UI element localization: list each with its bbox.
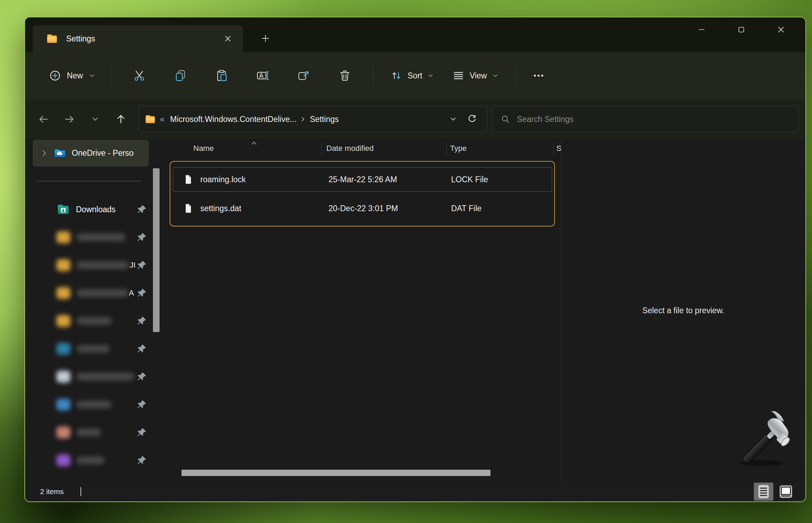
file-type: DAT File [447,204,555,213]
sidebar-item-redacted[interactable] [25,223,153,251]
thumbnail-view-icon [778,484,794,500]
sidebar-item-redacted[interactable] [25,307,153,335]
more-options-button[interactable] [524,61,554,91]
sidebar-item-label: Downloads [76,205,116,214]
chevron-down-icon [449,115,458,124]
sidebar-item-redacted[interactable] [25,418,153,446]
file-row[interactable]: settings.dat 20-Dec-22 3:01 PM DAT File [173,196,552,221]
search-box[interactable] [492,106,798,132]
rename-button[interactable] [242,61,283,91]
forward-button[interactable] [56,106,82,132]
redacted-label [77,401,111,408]
maximize-button[interactable] [725,18,758,41]
pin-icon [137,316,147,326]
close-icon [223,34,232,43]
file-type: LOCK File [447,175,555,184]
minimize-button[interactable] [685,18,718,41]
chevron-right-icon [299,115,307,123]
recent-locations-button[interactable] [82,106,108,132]
sidebar-item-downloads[interactable]: Downloads [25,195,153,223]
column-separator[interactable] [446,143,447,156]
view-lines-icon [452,69,465,82]
paste-button[interactable] [201,61,242,91]
column-header-type[interactable]: Type [450,144,467,153]
pin-icon [137,260,147,270]
breadcrumb-current[interactable]: Settings [307,113,341,126]
search-icon [500,114,511,124]
copy-button[interactable] [160,61,201,91]
chevron-down-icon [492,72,499,79]
column-header-name[interactable]: Name [193,144,214,153]
close-button[interactable] [765,18,797,41]
thumbnail-view-button[interactable] [776,483,796,501]
explorer-tab[interactable]: Settings [33,25,243,52]
sidebar-item-redacted[interactable]: A [25,279,153,307]
up-button[interactable] [108,106,134,132]
toolbar-separator [373,66,373,85]
sidebar-item-redacted[interactable]: JI [25,251,153,279]
sidebar-item-redacted[interactable] [25,363,153,391]
breadcrumb-overflow-chevrons[interactable]: « [160,114,164,124]
address-dropdown-button[interactable] [444,110,463,129]
redacted-label [77,317,111,325]
file-name: roaming.lock [200,175,246,184]
sidebar-scrollbar-thumb[interactable] [153,168,160,332]
file-row[interactable]: roaming.lock 25-Mar-22 5:26 AM LOCK File [173,167,552,192]
redacted-label [77,261,129,269]
paste-icon [215,69,228,82]
details-view-icon [756,484,772,500]
tab-close-button[interactable] [220,31,236,47]
redacted-folder-icon [56,343,70,355]
file-date-modified: 25-Mar-22 5:26 AM [322,175,447,184]
share-icon [297,69,310,82]
delete-button[interactable] [324,61,365,91]
sidebar-item-redacted[interactable] [25,391,153,418]
column-headers: Name Date modified Type S [160,140,561,158]
chevron-down-icon [90,114,100,124]
file-name: settings.dat [200,204,241,213]
address-bar[interactable]: « Microsoft.Windows.ContentDelive... Set… [139,106,487,132]
selection-outline: roaming.lock 25-Mar-22 5:26 AM LOCK File… [170,161,555,226]
breadcrumb-parent[interactable]: Microsoft.Windows.ContentDelive... [167,113,299,126]
redacted-folder-icon [56,454,70,466]
view-button[interactable]: View [443,64,508,87]
column-separator[interactable] [554,143,554,156]
sidebar-item-onedrive[interactable]: OneDrive - Perso [33,140,149,167]
back-button[interactable] [31,106,56,132]
column-header-size[interactable]: S [556,144,561,153]
trash-icon [338,69,351,82]
command-toolbar: New Sort [25,52,805,99]
new-tab-button[interactable] [257,30,274,47]
preview-pane: Select a file to preview. [561,140,805,482]
new-button[interactable]: New [41,64,103,87]
navigation-bar: « Microsoft.Windows.ContentDelive... Set… [25,99,805,139]
sidebar-scrollbar[interactable] [153,140,160,482]
refresh-button[interactable] [463,110,481,129]
file-explorer-window: Settings [24,17,806,502]
plus-circle-icon [49,69,61,82]
preview-message: Select a file to preview. [561,306,805,315]
file-list: Name Date modified Type S roaming.lock 2… [160,140,561,482]
toolbar-separator [516,66,516,85]
redacted-label [77,345,110,353]
redacted-folder-icon [56,399,70,410]
sidebar-item-redacted[interactable] [25,335,153,363]
rename-icon [256,69,269,82]
sidebar: OneDrive - Perso Downloads [25,140,153,482]
details-view-button[interactable] [754,483,773,501]
arrow-left-icon [38,114,49,125]
cut-button[interactable] [119,61,160,91]
share-button[interactable] [283,61,324,91]
horizontal-scrollbar-thumb[interactable] [181,470,490,476]
sidebar-item-redacted[interactable] [25,446,153,474]
file-icon [183,203,193,214]
redacted-folder-icon [56,287,70,299]
folder-icon [46,33,58,45]
items-count: 2 items [40,487,64,496]
file-icon [183,174,193,185]
column-header-date-modified[interactable]: Date modified [326,144,374,153]
search-input[interactable] [516,114,790,124]
column-separator[interactable] [321,143,322,156]
sort-button[interactable]: Sort [381,64,443,87]
redacted-label [77,456,105,464]
